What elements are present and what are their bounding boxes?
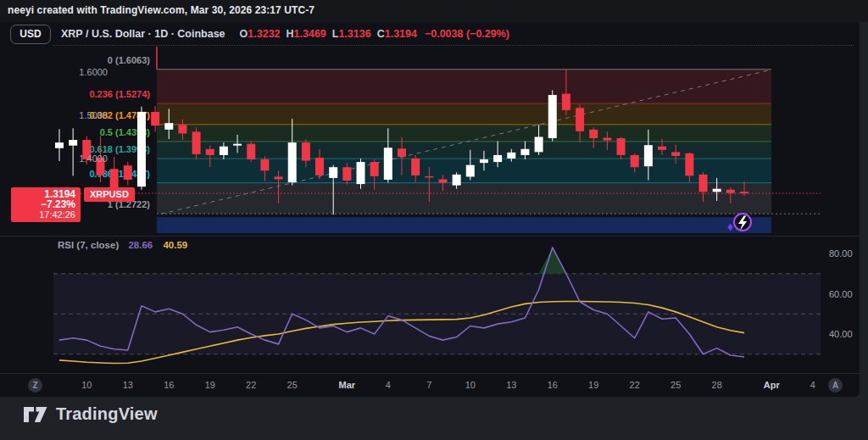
candle-body — [562, 94, 570, 110]
fib-band — [157, 183, 771, 214]
change-value: −0.0038 (−0.29%) — [425, 28, 509, 40]
axis-date-label: 25 — [663, 380, 688, 390]
fib-extension-band — [157, 217, 771, 233]
candle-body — [288, 142, 297, 182]
candle-body — [275, 176, 283, 179]
candle-body — [260, 159, 269, 170]
last-price-badge: 1.3194 −7.23% 17:42:26 — [11, 187, 81, 222]
candle-body — [671, 152, 680, 156]
candle-body — [164, 123, 173, 130]
candle-body — [438, 179, 447, 182]
axis-date-label: 19 — [581, 380, 606, 390]
fib-band — [157, 103, 771, 125]
candle-body — [726, 190, 735, 193]
ohlc-number: 1.3136 — [338, 28, 370, 40]
fib-level-label: 0.236 (1.5274) — [89, 89, 150, 99]
candle-body — [137, 112, 146, 187]
ohlc-values: O1.3232H1.3469L1.3136C1.3194 — [234, 28, 417, 40]
currency-toggle-button[interactable]: USD — [10, 25, 51, 44]
candle-body — [411, 159, 420, 175]
candle-body — [453, 175, 461, 186]
candle-body — [384, 148, 392, 180]
candle-body — [302, 142, 310, 160]
candle-body — [493, 155, 502, 162]
candle-body — [520, 149, 529, 155]
ohlc-letter: H — [287, 28, 294, 40]
candle-body — [548, 95, 557, 138]
candle-body — [370, 162, 379, 176]
scroll-left-button[interactable]: Z — [28, 378, 42, 393]
ohlc-number: 1.3194 — [385, 28, 417, 40]
candle-body — [480, 159, 488, 163]
ohlc-number: 1.3232 — [248, 28, 280, 40]
axis-date-label: 28 — [704, 380, 730, 390]
candle-body — [425, 176, 433, 178]
candle-body — [192, 131, 201, 154]
fib-band — [157, 159, 771, 183]
candle-body — [699, 175, 708, 192]
axis-date-label: 16 — [156, 380, 181, 390]
time-axis[interactable]: 101316192225Mar4710131619222528Apr4ZA — [0, 373, 860, 397]
candle-body — [398, 148, 406, 157]
axis-date-label: 4 — [376, 380, 401, 390]
candle-body — [151, 112, 159, 125]
candle-body — [206, 149, 214, 155]
price-scale-label: 1.6000 — [79, 67, 108, 77]
axis-date-label: 22 — [238, 380, 264, 390]
candle-body — [55, 142, 64, 148]
candle-body — [740, 192, 748, 193]
axis-date-label: 19 — [198, 380, 223, 390]
price-pane[interactable]: 0 (1.6063)0.236 (1.5274)0.382 (1.4787)0.… — [0, 47, 860, 236]
scroll-right-button[interactable]: A — [828, 378, 843, 393]
fib-band — [157, 125, 771, 142]
axis-date-label: Apr — [759, 380, 784, 390]
rsi-scale-label: 60.00 — [829, 289, 853, 299]
chart-header: USD XRP / U.S. Dollar · 1D · CoinbaseO1.… — [0, 22, 860, 46]
tradingview-share-card: neeyi created with TradingView.com, Mar … — [0, 0, 868, 440]
axis-date-label: Mar — [334, 380, 359, 390]
change-percent: −7.23% — [14, 199, 75, 209]
candle-body — [178, 125, 186, 133]
candle-body — [603, 138, 611, 141]
rsi-scale-label: 40.00 — [829, 329, 853, 339]
candle-body — [617, 138, 626, 155]
candle-body — [69, 140, 77, 146]
rsi-overbought-fill — [59, 248, 744, 274]
axis-date-label: 10 — [74, 380, 99, 390]
tradingview-logo[interactable]: TradingView — [23, 404, 158, 424]
candle-body — [535, 137, 543, 153]
axis-date-label: 25 — [280, 380, 305, 390]
header-separator — [53, 45, 854, 46]
candle-body — [357, 162, 365, 184]
fib-band — [157, 70, 771, 103]
candle-body — [507, 153, 515, 159]
ohlc-letter: O — [240, 28, 248, 40]
candle-body — [315, 158, 324, 175]
rsi-pane[interactable]: 80.0060.0040.00 — [0, 236, 860, 373]
chart-card: USD XRP / U.S. Dollar · 1D · CoinbaseO1.… — [0, 22, 860, 397]
attribution-text: neeyi created with TradingView.com, Mar … — [8, 4, 314, 16]
fib-level-label: 0 (1.6063) — [108, 55, 150, 65]
candle-body — [685, 153, 693, 176]
axis-date-label: 13 — [498, 380, 524, 390]
price-scale-label: 1.5000 — [79, 110, 108, 120]
rsi-scale-label: 80.00 — [829, 248, 853, 259]
price-scale-label: 1.4000 — [79, 153, 108, 164]
candle-body — [124, 165, 132, 180]
candle-body — [589, 130, 598, 138]
candle-body — [233, 144, 242, 146]
candle-body — [110, 169, 119, 189]
ohlc-letter: C — [377, 28, 385, 40]
symbol-title: XRP / U.S. Dollar · 1D · Coinbase — [61, 28, 225, 40]
symbol-legend: XRP / U.S. Dollar · 1D · CoinbaseO1.3232… — [61, 28, 509, 40]
ohlc-number: 1.3469 — [294, 28, 326, 40]
axis-date-label: 13 — [115, 380, 141, 390]
candle-body — [342, 167, 351, 181]
tradingview-logo-text: TradingView — [56, 404, 158, 424]
candle-body — [576, 108, 584, 131]
axis-date-label: 16 — [540, 380, 565, 390]
candle-body — [658, 147, 666, 150]
axis-date-label: 7 — [416, 380, 442, 390]
bar-countdown: 17:42:26 — [14, 209, 75, 220]
symbol-price-tag: XRPUSD — [84, 187, 135, 202]
